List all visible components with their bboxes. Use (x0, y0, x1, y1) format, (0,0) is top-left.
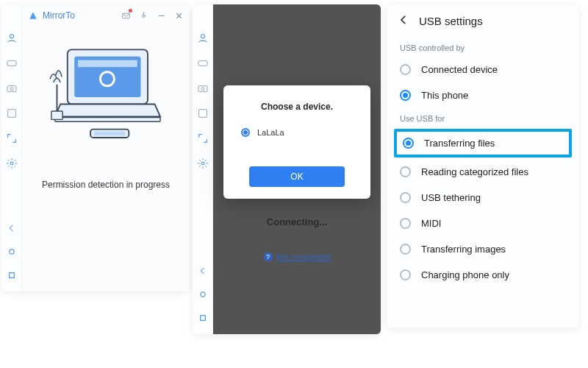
option-label: This phone (421, 90, 468, 101)
panel-permission: MirrorTo Permission detection in progres (1, 4, 190, 291)
device-option-label: LaLaLa (257, 128, 284, 137)
app-logo-icon (28, 10, 38, 21)
panel2-main: Choose a device. LaLaLa OK Connecting...… (213, 4, 381, 334)
option-label: MIDI (421, 218, 441, 229)
panel1-main: Permission detection in progress (22, 4, 190, 291)
panel-usb-settings: USB settings USB controlled by Connected… (387, 4, 579, 328)
help-icon: ? (264, 252, 273, 261)
option-label: Transferring files (424, 138, 495, 149)
radio-on-icon (403, 138, 414, 149)
option-label: Connected device (421, 64, 498, 75)
svg-point-0 (10, 35, 13, 38)
settings-icon[interactable] (6, 158, 18, 169)
radio-selected-icon (241, 128, 250, 137)
user-icon[interactable] (197, 32, 209, 44)
expand-icon[interactable] (197, 132, 209, 144)
option-transferring-files[interactable]: Transferring files (403, 136, 563, 150)
svg-rect-18 (198, 61, 207, 66)
option-midi[interactable]: MIDI (387, 210, 579, 236)
pin-icon[interactable] (138, 10, 148, 21)
screenshot-icon[interactable] (197, 107, 209, 119)
svg-rect-8 (122, 13, 129, 18)
app-title: MirrorTo (43, 10, 75, 21)
expand-icon[interactable] (6, 132, 18, 144)
option-connected-device[interactable]: Connected device (387, 57, 579, 82)
svg-rect-13 (55, 118, 160, 122)
radio-off-icon (400, 244, 411, 255)
svg-rect-16 (51, 111, 62, 119)
ok-button[interactable]: OK (249, 166, 345, 187)
radio-on-icon (400, 90, 411, 101)
controlled-by-label: USB controlled by (387, 38, 579, 57)
back-icon[interactable] (197, 265, 209, 277)
home-icon[interactable] (197, 289, 209, 300)
radio-off-icon (400, 64, 411, 75)
close-icon[interactable] (173, 10, 184, 21)
home-icon[interactable] (6, 246, 18, 258)
modal-title: Choose a device. (237, 102, 357, 112)
keyboard-icon[interactable] (197, 57, 209, 69)
svg-rect-21 (198, 110, 207, 118)
option-label: Charging phone only (421, 269, 509, 280)
titlebar: MirrorTo (22, 4, 190, 26)
svg-rect-11 (78, 60, 137, 68)
screenshot-icon[interactable] (6, 107, 18, 119)
svg-rect-1 (7, 61, 16, 66)
option-label: USB tethering (421, 192, 481, 203)
radio-off-icon (400, 218, 411, 229)
camera-icon[interactable] (197, 82, 209, 94)
settings-icon[interactable] (197, 158, 209, 169)
radio-off-icon (400, 192, 411, 203)
svg-point-23 (200, 292, 205, 297)
option-reading-categorized[interactable]: Reading categorized files (387, 159, 579, 185)
option-usb-tethering[interactable]: USB tethering (387, 185, 579, 210)
camera-icon[interactable] (6, 82, 18, 94)
usb-settings-header: USB settings (387, 4, 579, 38)
option-label: Reading categorized files (421, 166, 528, 177)
svg-point-22 (201, 162, 204, 165)
not-recognized-link[interactable]: ? Not recognized (264, 252, 331, 261)
option-label: Transferring images (421, 244, 506, 255)
keyboard-icon[interactable] (6, 57, 18, 69)
svg-point-3 (10, 88, 13, 91)
option-this-phone[interactable]: This phone (387, 82, 579, 108)
svg-rect-7 (9, 273, 14, 278)
minimize-icon[interactable] (156, 10, 166, 21)
option-transferring-images[interactable]: Transferring images (387, 236, 579, 262)
recent-icon[interactable] (6, 269, 18, 281)
recent-icon[interactable] (197, 312, 209, 324)
mail-icon[interactable] (121, 10, 131, 21)
choose-device-modal: Choose a device. LaLaLa OK (223, 85, 370, 199)
svg-rect-2 (7, 86, 16, 92)
back-icon[interactable] (397, 13, 410, 29)
not-recognized-label: Not recognized (276, 252, 331, 261)
highlighted-option: Transferring files (394, 129, 572, 158)
device-option[interactable]: LaLaLa (241, 128, 357, 137)
svg-rect-24 (200, 316, 205, 321)
svg-point-17 (201, 35, 204, 38)
radio-off-icon (400, 166, 411, 177)
panel-choose-device: MirrorTo Choose a device. LaLaLa OK Conn… (193, 4, 381, 334)
sidebar-rail (1, 4, 22, 291)
svg-point-6 (9, 250, 14, 255)
svg-rect-4 (7, 110, 15, 118)
radio-off-icon (400, 269, 411, 280)
svg-rect-15 (94, 132, 126, 136)
use-usb-for-label: Use USB for (387, 108, 579, 127)
option-charging-only[interactable]: Charging phone only (387, 262, 579, 288)
usb-settings-title: USB settings (419, 15, 483, 27)
svg-rect-19 (198, 86, 207, 92)
connecting-text: Connecting... (267, 216, 327, 227)
sidebar-rail (193, 4, 213, 334)
svg-point-20 (201, 88, 204, 91)
status-text: Permission detection in progress (42, 180, 170, 190)
svg-point-5 (10, 162, 13, 165)
user-icon[interactable] (6, 32, 18, 44)
laptop-illustration (36, 34, 176, 159)
back-icon[interactable] (6, 222, 18, 234)
